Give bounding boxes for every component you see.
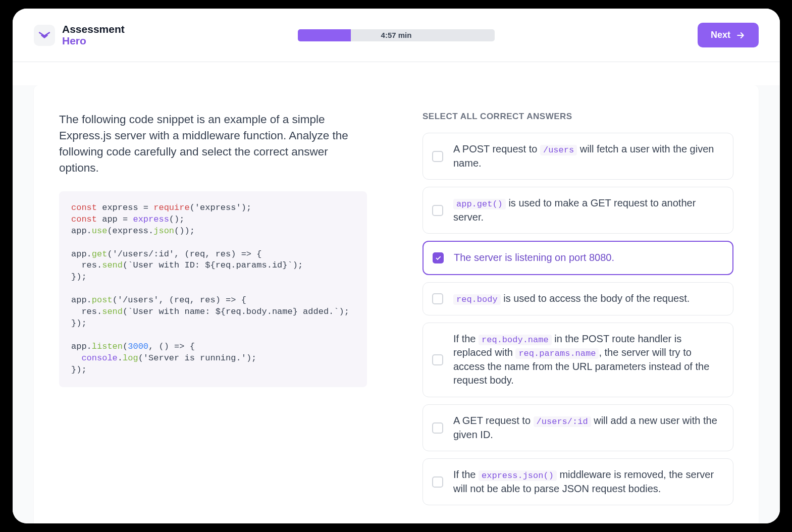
answer-option-6[interactable]: If the express.json() middleware is remo…: [423, 458, 733, 505]
answer-option-3[interactable]: req.body is used to access the body of t…: [423, 282, 733, 315]
answer-text: app.get() is used to make a GET request …: [453, 196, 723, 224]
next-button-label: Next: [711, 30, 730, 40]
question-card: The following code snippet is an example…: [34, 85, 759, 523]
progress-bar: 4:57 min: [298, 29, 495, 41]
brand-text: Assessment Hero: [62, 24, 125, 46]
top-bar: Assessment Hero 4:57 min Next: [13, 9, 780, 62]
answer-option-4[interactable]: If the req.body.name in the POST route h…: [423, 323, 733, 397]
brand: Assessment Hero: [34, 24, 125, 46]
answer-option-1[interactable]: app.get() is used to make a GET request …: [423, 187, 733, 234]
answer-option-0[interactable]: A POST request to /users will fetch a us…: [423, 133, 733, 180]
brand-line1: Assessment: [62, 24, 125, 35]
answer-text: If the req.body.name in the POST route h…: [453, 332, 723, 388]
checkbox[interactable]: [432, 354, 443, 365]
question-prompt: The following code snippet is an example…: [59, 112, 367, 176]
checkbox[interactable]: [432, 422, 443, 434]
progress-fill: [298, 29, 351, 41]
progress: 4:57 min: [298, 29, 495, 41]
answer-option-5[interactable]: A GET request to /users/:id will add a n…: [423, 404, 733, 451]
answers-heading: SELECT ALL CORRECT ANSWERS: [423, 112, 733, 122]
answers-column: SELECT ALL CORRECT ANSWERS A POST reques…: [423, 112, 733, 505]
progress-label: 4:57 min: [381, 31, 412, 39]
question-column: The following code snippet is an example…: [59, 112, 367, 505]
checkbox[interactable]: [432, 151, 443, 162]
checkbox[interactable]: [432, 205, 443, 216]
answer-text: A POST request to /users will fetch a us…: [453, 142, 723, 170]
brand-line2: Hero: [62, 35, 125, 46]
next-button[interactable]: Next: [698, 23, 759, 47]
checkbox[interactable]: [432, 476, 443, 488]
answer-text: If the express.json() middleware is remo…: [453, 468, 723, 496]
body: The following code snippet is an example…: [13, 85, 780, 523]
checkbox[interactable]: [432, 293, 443, 304]
answers-list: A POST request to /users will fetch a us…: [423, 133, 733, 505]
answer-text: The server is listening on port 8080.: [454, 251, 614, 265]
answer-text: req.body is used to access the body of t…: [453, 292, 690, 306]
code-snippet: const express = require('express'); cons…: [59, 191, 367, 387]
answer-option-2[interactable]: The server is listening on port 8080.: [423, 241, 733, 275]
arrow-right-icon: [735, 30, 746, 40]
app-window: Assessment Hero 4:57 min Next The follow…: [13, 9, 780, 523]
brand-logo-icon: [34, 25, 55, 46]
checkbox[interactable]: [433, 252, 444, 263]
answer-text: A GET request to /users/:id will add a n…: [453, 414, 723, 442]
